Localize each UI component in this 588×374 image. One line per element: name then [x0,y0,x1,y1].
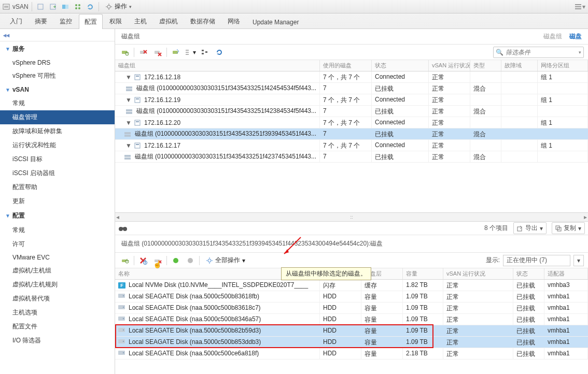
led-off-icon[interactable] [185,255,196,266]
host-icon [134,119,141,126]
sidebar-item[interactable]: 配置文件 [0,320,115,334]
tab-入门[interactable]: 入门 [4,13,28,28]
expand-icon[interactable]: ▼ [125,142,131,149]
tb-icon-2[interactable] [48,2,58,12]
sidebar-section[interactable]: ▼配置 [0,208,115,223]
host-row[interactable]: ▼172.16.12.187 个，共 7 个Connected正常组 1 [115,71,588,83]
host-row[interactable]: ▼172.16.12.177 个，共 7 个Connected正常组 1 [115,140,588,151]
svg-rect-5 [65,5,68,9]
expand-icon[interactable]: ▼ [125,119,131,126]
disk-row[interactable]: Local SEAGATE Disk (naa.5000c500b83618c7… [115,303,588,314]
add-disk-button[interactable]: + [119,255,131,266]
remove-disk-button[interactable]: ☝ [152,255,163,266]
sidebar-item[interactable]: 常规 [0,96,115,110]
svg-point-85 [123,352,124,353]
tb-icon-3[interactable] [60,2,71,12]
host-row[interactable]: ▼172.16.12.197 个，共 7 个Connected正常组 1 [115,94,588,106]
svg-point-7 [78,4,80,6]
dg-filter-input[interactable] [506,49,579,56]
link-disks[interactable]: 磁盘 [569,32,582,41]
svg-rect-37 [126,89,132,91]
svg-rect-42 [135,120,140,125]
sidebar-item[interactable]: 磁盘管理 [0,110,115,124]
tb-icon-5[interactable] [85,2,95,12]
svg-rect-34 [135,75,140,80]
disk-row[interactable]: Local SEAGATE Disk (naa.5000c500b853ddb3… [115,337,588,348]
chevron-down-icon: ▾ [129,4,132,9]
delete-dg-icon[interactable] [152,47,163,58]
tab-权限[interactable]: 权限 [104,13,128,28]
sidebar-item[interactable]: VMware EVC [0,251,115,264]
led-on-icon[interactable] [170,255,181,266]
toolbar-title: vSAN [12,3,29,10]
tab-数据存储[interactable]: 数据存储 [185,13,221,28]
tab-主机[interactable]: 主机 [129,13,152,28]
sidebar-item[interactable]: vSphere 可用性 [0,69,115,83]
sidebar-item[interactable]: 虚拟机/主机规则 [0,278,115,292]
tab-配置[interactable]: 配置 [79,14,103,29]
tab-摘要[interactable]: 摘要 [29,13,53,28]
sidebar-item[interactable]: I/O 筛选器 [0,334,115,348]
actions-menu[interactable]: 操作 ▾ [102,2,135,12]
dg-filter[interactable]: 🔍 ▾ [493,47,584,58]
svg-rect-33 [205,51,207,53]
sidebar-item[interactable]: 虚拟机/主机组 [0,264,115,278]
tab-网络[interactable]: 网络 [222,13,246,28]
copy-button[interactable]: 复制▾ [552,222,585,234]
view-tree-icon[interactable] [199,47,211,58]
sidebar-item[interactable]: 许可 [0,237,115,251]
svg-rect-2 [38,4,43,9]
dg-row[interactable]: 磁盘组 (01000000003030303151f3435433251f423… [115,151,588,163]
sidebar-item[interactable]: vSphere DRS [0,56,115,69]
sidebar-item[interactable]: iSCSI 目标 [0,152,115,166]
dg-row[interactable]: 磁盘组 (01000000003030303151f3435433251f393… [115,128,588,140]
disk-row[interactable]: Local SEAGATE Disk (naa.5000c500b8346a57… [115,314,588,325]
dg-row[interactable]: 磁盘组 (01000000003030303151f3435433251f424… [115,83,588,94]
search-icon: 🔍 [496,49,503,56]
view-list-icon[interactable]: ▾ [185,47,196,58]
dg-row[interactable]: 磁盘组 (01000000003030303151f3435433251f423… [115,106,588,117]
disk-row[interactable]: FLocal NVMe Disk (t10.NVMe____INTEL_SSDP… [115,280,588,291]
overflow-menu[interactable]: ▾ [573,2,586,12]
sidebar-item[interactable]: 运行状况和性能 [0,138,115,152]
export-button[interactable]: 导出▾ [513,222,547,234]
sidebar-item[interactable]: 常规 [0,223,115,237]
svg-rect-49 [124,157,131,160]
refresh-icon[interactable] [214,47,225,58]
sidebar-item[interactable]: 更新 [0,194,115,208]
tb-icon-4[interactable] [73,2,83,12]
add-disk-icon[interactable] [170,47,181,58]
expand-icon[interactable]: ▼ [125,74,131,81]
host-row[interactable]: ▼172.16.12.207 个，共 7 个Connected正常组 1 [115,117,588,128]
tb-icon-1[interactable] [35,2,46,12]
disk-row[interactable]: Local SEAGATE Disk (naa.5000c500b82b59d3… [115,325,588,337]
remove-disk-x-button[interactable]: i [137,255,149,266]
sidebar-section[interactable]: ▼服务 [0,41,115,56]
sidebar-item[interactable]: 故障域和延伸群集 [0,124,115,138]
filter-chevron[interactable]: ▾ [579,50,581,55]
show-select[interactable]: 正在使用中 (7) [503,255,570,266]
binoculars-icon[interactable] [118,225,128,232]
sidebar-item[interactable]: 配置帮助 [0,180,115,194]
create-dg-icon[interactable]: + [119,47,131,58]
sidebar-item[interactable]: 主机选项 [0,306,115,320]
tab-Update Manager[interactable]: Update Manager [247,15,304,28]
chevron-down-icon: ▼ [5,213,10,219]
sidebar-item[interactable]: 虚拟机替代项 [0,292,115,306]
link-disk-groups[interactable]: 磁盘组 [543,32,562,41]
host-icon [134,74,141,81]
sidebar-item[interactable]: iSCSI 启动器组 [0,166,115,180]
dg-hscroll[interactable]: ◂::▸ [115,212,588,222]
show-select-chevron[interactable]: ▾ [573,255,584,266]
disk-row[interactable]: Local SEAGATE Disk (naa.5000c500b83618fb… [115,291,588,303]
tab-监控[interactable]: 监控 [54,13,78,28]
disk-row[interactable]: Local SEAGATE Disk (naa.5000c500ce6a818f… [115,348,588,359]
sidebar-back[interactable]: ◂◂ [0,29,115,41]
sidebar-section[interactable]: ▼vSAN [0,83,115,96]
expand-icon[interactable]: ▼ [125,96,131,104]
svg-rect-1 [4,6,8,8]
svg-text:i: i [145,258,146,265]
remove-dg-icon[interactable] [137,47,149,58]
all-actions-menu[interactable]: 全部操作▾ [203,255,248,266]
tab-虚拟机[interactable]: 虚拟机 [153,13,184,28]
